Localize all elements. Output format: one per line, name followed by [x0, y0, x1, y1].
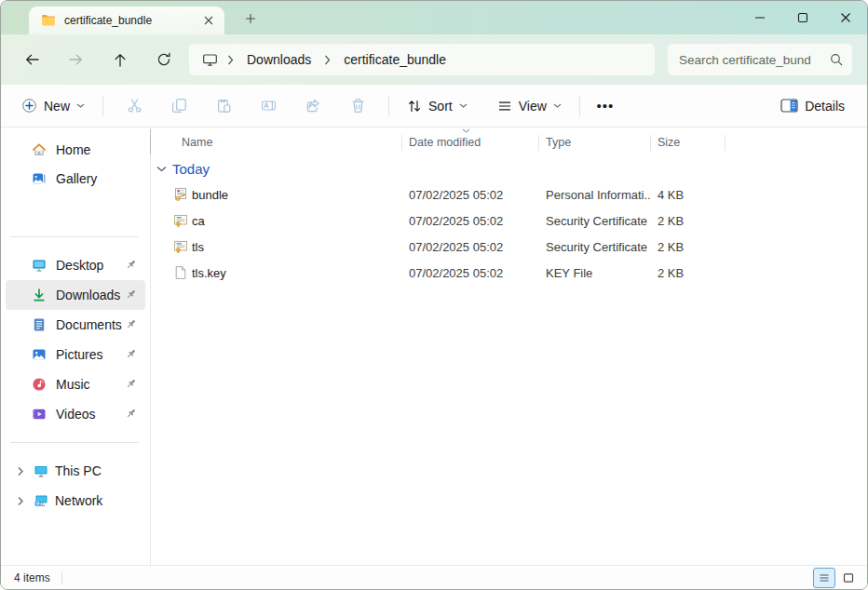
- folder-icon: [41, 13, 56, 28]
- file-size: 2 KB: [651, 266, 726, 280]
- sidebar-item-pictures[interactable]: Pictures: [6, 340, 145, 369]
- pfx-certificate-icon: [173, 187, 192, 202]
- view-button[interactable]: View: [488, 89, 571, 123]
- file-size: 2 KB: [651, 240, 726, 254]
- sidebar-item-downloads[interactable]: Downloads: [6, 280, 145, 310]
- close-window-button[interactable]: [824, 1, 867, 34]
- this-pc-monitor-icon[interactable]: [198, 52, 222, 67]
- delete-button[interactable]: [335, 89, 380, 123]
- status-divider: [61, 571, 62, 584]
- column-header-date-modified[interactable]: Date modified: [409, 136, 481, 149]
- share-button[interactable]: [291, 89, 335, 123]
- file-explorer-window: certificate_bundle: [0, 0, 868, 590]
- file-date-modified: 07/02/2025 05:02: [402, 240, 539, 254]
- file-type: Personal Informati...: [539, 188, 651, 202]
- sidebar-spacer: [1, 193, 150, 236]
- paste-button[interactable]: [201, 89, 246, 123]
- column-separator: [401, 135, 402, 151]
- chevron-down-icon: [459, 103, 468, 109]
- sort-button[interactable]: Sort: [398, 89, 477, 123]
- breadcrumb-chevron-icon: [225, 55, 236, 65]
- more-options-button[interactable]: •••: [589, 89, 622, 123]
- sidebar-item-desktop[interactable]: Desktop: [6, 250, 145, 280]
- maximize-button[interactable]: [781, 1, 824, 34]
- column-header-size[interactable]: Size: [658, 136, 680, 149]
- documents-icon: [32, 317, 47, 332]
- rename-button[interactable]: [246, 89, 291, 123]
- search-box: [668, 44, 852, 75]
- pin-icon: [124, 288, 138, 302]
- close-tab-button[interactable]: [198, 10, 219, 31]
- sort-button-label: Sort: [428, 99, 453, 114]
- explorer-tab[interactable]: certificate_bundle: [29, 7, 224, 34]
- sidebar-item-label: Downloads: [56, 288, 120, 302]
- sidebar-item-network[interactable]: Network: [6, 486, 145, 516]
- search-input[interactable]: [679, 53, 830, 67]
- sort-indicator-icon: [462, 128, 470, 134]
- column-separator: [650, 135, 651, 151]
- file-type: KEY File: [539, 266, 651, 280]
- plus-circle-icon: [21, 98, 37, 114]
- sidebar-item-music[interactable]: Music: [6, 369, 145, 399]
- security-certificate-icon: [173, 239, 192, 254]
- status-bar: 4 items: [1, 565, 867, 589]
- address-bar[interactable]: Downloads certificate_bundle: [189, 44, 655, 75]
- videos-icon: [32, 407, 47, 422]
- back-button[interactable]: [10, 43, 54, 76]
- file-name: bundle: [192, 188, 402, 202]
- minimize-button[interactable]: [739, 1, 781, 34]
- new-tab-button[interactable]: [239, 7, 262, 30]
- new-button[interactable]: New: [12, 89, 94, 123]
- details-pane-button[interactable]: Details: [771, 89, 854, 123]
- sidebar-item-gallery[interactable]: Gallery: [6, 164, 145, 193]
- column-header-type[interactable]: Type: [546, 136, 571, 149]
- sidebar-item-label: This PC: [55, 463, 102, 478]
- explorer-body: Home Gallery Desktop: [1, 127, 867, 565]
- sidebar-item-label: Desktop: [56, 258, 103, 273]
- file-date-modified: 07/02/2025 05:02: [402, 214, 539, 228]
- icons-view-toggle[interactable]: [837, 568, 860, 588]
- file-row-tls[interactable]: tls 07/02/2025 05:02 Security Certificat…: [151, 234, 860, 260]
- column-header-name[interactable]: Name: [182, 136, 212, 149]
- file-name: ca: [192, 214, 402, 228]
- security-certificate-icon: [173, 213, 192, 228]
- forward-button[interactable]: [54, 43, 98, 76]
- file-size: 4 KB: [651, 188, 726, 202]
- sidebar-item-home[interactable]: Home: [6, 135, 145, 164]
- pictures-icon: [32, 347, 47, 362]
- file-name: tls: [192, 240, 402, 254]
- sidebar-item-videos[interactable]: Videos: [6, 399, 145, 429]
- chevron-down-icon: [76, 103, 85, 109]
- pin-icon: [124, 258, 138, 272]
- sidebar-item-documents[interactable]: Documents: [6, 310, 145, 340]
- file-row-ca[interactable]: ca 07/02/2025 05:02 Security Certificate…: [151, 208, 860, 234]
- breadcrumb-downloads[interactable]: Downloads: [239, 49, 319, 70]
- chevron-down-icon: [553, 103, 562, 109]
- file-row-bundle[interactable]: bundle 07/02/2025 05:02 Personal Informa…: [151, 181, 860, 208]
- tab-bar: certificate_bundle: [1, 1, 867, 34]
- cut-button[interactable]: [112, 89, 156, 123]
- details-view-toggle[interactable]: [813, 568, 835, 588]
- group-header-today[interactable]: Today: [156, 161, 210, 177]
- breadcrumb-certificate-bundle[interactable]: certificate_bundle: [336, 49, 454, 70]
- window-controls: [739, 1, 867, 34]
- network-icon: [34, 493, 48, 508]
- sidebar-item-this-pc[interactable]: This PC: [6, 456, 145, 486]
- sidebar-item-label: Gallery: [56, 171, 97, 186]
- sidebar-item-label: Videos: [56, 407, 96, 422]
- up-button[interactable]: [98, 43, 142, 76]
- key-file-icon: [173, 265, 192, 280]
- copy-button[interactable]: [156, 89, 201, 123]
- toolbar-divider: [579, 96, 580, 116]
- pin-icon: [124, 317, 138, 331]
- home-icon: [32, 142, 47, 157]
- file-row-tls-key[interactable]: tls.key 07/02/2025 05:02 KEY File 2 KB: [151, 260, 860, 286]
- chevron-right-icon[interactable]: [14, 466, 27, 476]
- sidebar-spacer: [1, 429, 150, 442]
- this-pc-icon: [34, 463, 48, 478]
- pin-icon: [124, 377, 138, 391]
- navigation-bar: Downloads certificate_bundle: [1, 34, 867, 85]
- file-rows: bundle 07/02/2025 05:02 Personal Informa…: [151, 181, 860, 286]
- refresh-button[interactable]: [142, 43, 185, 76]
- chevron-right-icon[interactable]: [14, 496, 27, 506]
